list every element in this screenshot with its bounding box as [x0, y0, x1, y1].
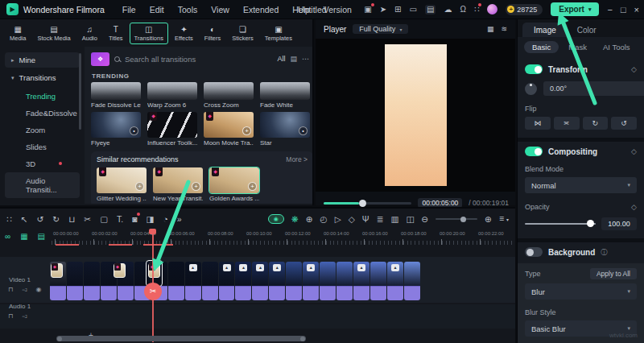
- text-tool-icon[interactable]: T.: [117, 214, 123, 224]
- timeline-clip[interactable]: [370, 262, 386, 300]
- redo-icon[interactable]: ↻: [52, 214, 60, 224]
- timeline-transition-marker-selected[interactable]: ◆: [148, 263, 160, 278]
- rotate-ccw-button[interactable]: ↺: [611, 117, 637, 130]
- render-preview-toggle[interactable]: ◉: [268, 214, 284, 224]
- flip-vertical-button[interactable]: ≍: [554, 117, 580, 130]
- seek-knob[interactable]: [359, 200, 366, 207]
- save-icon[interactable]: ▤: [425, 5, 436, 14]
- pointer-tool-icon[interactable]: ↖: [21, 214, 28, 224]
- sidebar-item-audio-transitions[interactable]: Audio Transiti...: [5, 172, 80, 198]
- sidebar-item-zoom[interactable]: Zoom: [5, 122, 80, 138]
- split-playhead-icon[interactable]: ✂: [144, 283, 162, 300]
- timeline-clip[interactable]: [336, 262, 353, 300]
- add-icon[interactable]: +: [192, 182, 200, 191]
- close-button[interactable]: ×: [634, 5, 639, 14]
- transition-thumb[interactable]: [204, 82, 254, 100]
- transition-thumb[interactable]: ◆+: [204, 112, 254, 138]
- mute-icon[interactable]: ◅: [22, 286, 27, 293]
- timeline-zoom-slider[interactable]: [436, 218, 477, 220]
- transition-thumb[interactable]: •: [91, 112, 141, 138]
- timeline-clip[interactable]: ▴: [353, 262, 369, 300]
- transition-thumb[interactable]: ◆+: [153, 167, 203, 193]
- menu-edit[interactable]: Edit: [150, 5, 164, 14]
- subtab-ai-tools[interactable]: AI Tools: [597, 41, 637, 53]
- add-icon[interactable]: +: [248, 182, 257, 191]
- timeline-clip[interactable]: [286, 262, 302, 300]
- sidebar-item-fade-dissolve[interactable]: Fade&Dissolve: [5, 105, 80, 122]
- keyframe-diamond-icon[interactable]: ◇: [631, 65, 637, 73]
- speed-icon[interactable]: ◴: [320, 214, 328, 224]
- sidebar-scrollbar[interactable]: [79, 53, 81, 130]
- transition-thumb[interactable]: •: [260, 112, 310, 138]
- timeline-clip[interactable]: ▴: [185, 262, 201, 300]
- menu-extended[interactable]: Extended: [243, 5, 279, 14]
- background-type-select[interactable]: Blur ▾: [525, 283, 637, 300]
- subtab-mask[interactable]: Mask: [562, 41, 593, 53]
- menu-file[interactable]: File: [122, 5, 136, 14]
- blend-mode-select[interactable]: Normal ▾: [525, 177, 637, 193]
- filter-icon[interactable]: ▤: [290, 55, 297, 63]
- sidebar-item-slides[interactable]: Slides: [5, 138, 80, 155]
- export-button[interactable]: Export ▾: [551, 2, 599, 16]
- timeline-clip[interactable]: ▴: [235, 262, 251, 300]
- transition-thumb[interactable]: [91, 82, 141, 100]
- eye-icon[interactable]: ◉: [35, 286, 41, 293]
- scopes-icon[interactable]: ≋: [501, 25, 507, 33]
- zoom-out-icon[interactable]: ⊖: [421, 214, 428, 224]
- timeline-clip[interactable]: [168, 262, 184, 300]
- menu-version[interactable]: Version: [324, 5, 352, 14]
- more-options-icon[interactable]: ⋯: [302, 55, 309, 63]
- tab-image[interactable]: Image: [522, 23, 568, 37]
- timeline-clip[interactable]: [67, 262, 83, 300]
- playhead-handle[interactable]: [149, 229, 156, 234]
- horizontal-scrollbar[interactable]: [56, 336, 306, 341]
- apps-grid-icon[interactable]: ∷: [474, 5, 479, 14]
- transition-thumb[interactable]: [147, 82, 197, 100]
- sidebar-item-3d[interactable]: 3D: [5, 155, 80, 172]
- timeline-clip[interactable]: ▴: [303, 262, 319, 300]
- timeline-clip[interactable]: [320, 262, 336, 300]
- minimize-button[interactable]: −: [607, 5, 612, 14]
- transform-toggle[interactable]: [525, 64, 543, 74]
- timeline-clip[interactable]: [202, 262, 218, 300]
- mask-icon[interactable]: ◙: [132, 214, 137, 224]
- keyframe-diamond-icon[interactable]: ◇: [631, 203, 637, 211]
- transition-thumb[interactable]: ◆+: [97, 167, 147, 193]
- transition-thumb-selected[interactable]: ◆+: [209, 167, 259, 193]
- timeline-clip[interactable]: ▴: [252, 262, 268, 300]
- tab-stock-media[interactable]: ▤Stock Media: [32, 23, 75, 44]
- tab-audio[interactable]: ♫Audio: [77, 23, 102, 44]
- sidebar-group-mine[interactable]: ▸Mine: [5, 52, 80, 68]
- tab-media[interactable]: ▦Media: [5, 23, 31, 44]
- media-browser-icon[interactable]: ∷: [6, 214, 12, 224]
- tab-templates[interactable]: ▣Templates: [260, 23, 297, 44]
- tab-filters[interactable]: ◐Filters: [200, 23, 225, 44]
- tab-transitions[interactable]: ◫Transitions: [130, 23, 168, 44]
- timeline-transition-marker[interactable]: ◆: [114, 263, 126, 278]
- coin-balance[interactable]: + 28725: [506, 4, 543, 15]
- tab-stickers[interactable]: ❏Stickers: [227, 23, 258, 44]
- add-clip-icon[interactable]: ⊕: [306, 214, 313, 224]
- rotate-cw-button[interactable]: ↻: [583, 117, 609, 130]
- overlay-icon[interactable]: ◨: [147, 214, 155, 224]
- undo-icon[interactable]: ↺: [37, 214, 44, 224]
- display-icon[interactable]: ▭: [409, 5, 416, 14]
- transition-thumb[interactable]: [260, 82, 310, 100]
- voiceover-mic-icon[interactable]: Ψ: [362, 214, 369, 224]
- layout-icon[interactable]: ⊞: [394, 5, 401, 14]
- rotation-input[interactable]: [543, 81, 644, 96]
- split-icon[interactable]: ✂: [84, 214, 91, 224]
- timeline-clip[interactable]: ▴: [269, 262, 285, 300]
- tab-titles[interactable]: TTitles: [104, 23, 128, 44]
- zoom-in-icon[interactable]: ⊕: [485, 214, 492, 224]
- lock-icon[interactable]: ⊓: [8, 286, 13, 293]
- delete-icon[interactable]: ⊔: [68, 214, 75, 224]
- cloud-upload-icon[interactable]: ☁: [444, 5, 452, 14]
- more-link[interactable]: More >: [286, 155, 308, 163]
- menu-view[interactable]: View: [211, 5, 229, 14]
- tab-color[interactable]: Color: [568, 23, 606, 37]
- transition-tool-icon[interactable]: ◫: [406, 214, 414, 224]
- subtab-basic[interactable]: Basic: [524, 41, 559, 53]
- crop-icon[interactable]: ▢: [100, 214, 108, 224]
- share-icon[interactable]: ➤: [380, 5, 386, 14]
